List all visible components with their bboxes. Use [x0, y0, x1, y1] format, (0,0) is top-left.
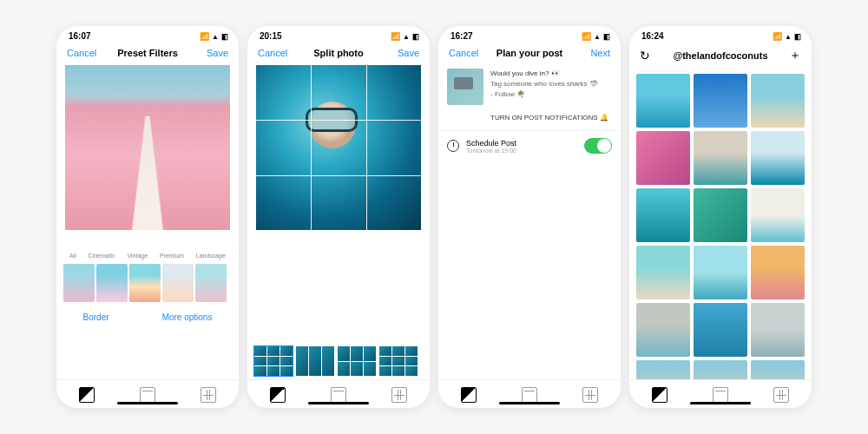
screen-split-photo: 20:15 Cancel Split photo Save: [247, 26, 430, 408]
home-indicator[interactable]: [690, 402, 751, 404]
feed-item[interactable]: [751, 303, 805, 357]
wifi-icon: [212, 31, 219, 41]
split-option-3x2[interactable]: [338, 346, 376, 376]
tab-grid-icon[interactable]: [201, 387, 216, 403]
tab-feed-icon[interactable]: [270, 387, 286, 403]
refresh-icon[interactable]: ↻: [640, 49, 673, 62]
signal-icon: [200, 31, 209, 41]
status-time: 16:07: [69, 31, 91, 41]
status-time: 20:15: [260, 31, 282, 41]
filter-tab[interactable]: Premium: [160, 253, 184, 259]
filter-thumb[interactable]: [96, 264, 128, 302]
feed-item[interactable]: [751, 74, 805, 128]
tab-grid-icon[interactable]: [391, 387, 407, 403]
cancel-button[interactable]: Cancel: [449, 48, 483, 58]
status-icons: [582, 31, 608, 41]
filter-thumb[interactable]: [162, 264, 194, 302]
filter-thumbnails: [56, 260, 239, 306]
nav-bar: Cancel Preset Filters Save: [56, 43, 239, 65]
tab-calendar-icon[interactable]: [522, 387, 537, 403]
schedule-toggle[interactable]: [584, 138, 612, 154]
schedule-subtext: Tomorrow at 19:00: [466, 148, 577, 154]
post-thumbnail[interactable]: [447, 69, 483, 105]
tab-calendar-icon[interactable]: [140, 387, 155, 403]
status-time: 16:24: [641, 31, 664, 41]
filter-tab[interactable]: Vintage: [127, 253, 148, 259]
feed-item[interactable]: [636, 360, 690, 379]
save-button[interactable]: Save: [385, 48, 419, 58]
feed-item[interactable]: [751, 246, 805, 299]
feed-item[interactable]: [751, 360, 805, 379]
home-indicator[interactable]: [308, 402, 369, 404]
home-indicator[interactable]: [117, 402, 178, 404]
filter-tab[interactable]: All: [69, 253, 76, 259]
more-options-button[interactable]: More options: [162, 312, 213, 322]
page-title: Preset Filters: [102, 48, 194, 58]
content: All Cinematic Vintage Premium Landscape …: [56, 65, 239, 379]
feed-item[interactable]: [636, 131, 690, 185]
content: Would you dive in? 👀 Tag someone who lov…: [438, 65, 621, 379]
cancel-button[interactable]: Cancel: [258, 48, 293, 58]
feed-item[interactable]: [751, 131, 805, 185]
schedule-label-group: Schedule Post Tomorrow at 19:00: [466, 139, 577, 154]
signal-icon: [391, 31, 400, 41]
home-indicator[interactable]: [499, 402, 560, 404]
split-option-3x1[interactable]: [296, 346, 334, 376]
cancel-button[interactable]: Cancel: [67, 48, 102, 58]
feed-item[interactable]: [636, 246, 690, 299]
preview-image[interactable]: [65, 65, 230, 230]
split-option-3x3-alt[interactable]: [379, 346, 418, 376]
tab-feed-icon[interactable]: [652, 387, 667, 403]
page-title: Plan your post: [483, 48, 575, 58]
status-time: 16:27: [450, 31, 473, 41]
nav-bar: Cancel Split photo Save: [247, 43, 430, 65]
tab-calendar-icon[interactable]: [713, 387, 728, 403]
status-bar: 16:24: [629, 26, 812, 43]
username-title[interactable]: @thelandofcoconuts: [673, 50, 767, 61]
feed-item[interactable]: [694, 246, 747, 299]
status-icons: [200, 31, 227, 41]
tab-grid-icon[interactable]: [582, 387, 598, 403]
wifi-icon: [403, 31, 410, 41]
caption-line: Would you dive in? 👀: [490, 69, 598, 79]
border-button[interactable]: Border: [83, 312, 109, 322]
add-post-icon[interactable]: ＋: [768, 48, 801, 63]
save-button[interactable]: Save: [194, 48, 228, 58]
filter-thumb[interactable]: [195, 264, 227, 302]
status-icons: [391, 31, 418, 41]
feed-item[interactable]: [694, 74, 747, 128]
wifi-icon: [785, 31, 792, 41]
feed-item[interactable]: [751, 188, 805, 242]
preview-image[interactable]: [256, 65, 421, 230]
feed-item[interactable]: [694, 303, 747, 357]
tab-feed-icon[interactable]: [79, 387, 95, 403]
feed-item[interactable]: [694, 360, 747, 379]
status-bar: 16:07: [56, 26, 239, 43]
filter-tab[interactable]: Landscape: [196, 253, 226, 259]
schedule-label: Schedule Post: [466, 139, 577, 148]
tab-grid-icon[interactable]: [773, 387, 789, 403]
feed-item[interactable]: [636, 303, 690, 357]
filter-thumb[interactable]: [129, 264, 161, 302]
feed-item[interactable]: [636, 74, 690, 128]
feed-item[interactable]: [694, 188, 747, 242]
tab-feed-icon[interactable]: [461, 387, 477, 403]
caption-line: Tag someone who loves sharks 🦈: [490, 79, 598, 89]
battery-icon: [794, 31, 799, 41]
split-option-3x3[interactable]: [254, 346, 293, 376]
caption-text[interactable]: Would you dive in? 👀 Tag someone who lov…: [490, 69, 598, 105]
wifi-icon: [594, 31, 601, 41]
nav-bar: ↻ @thelandofcoconuts ＋: [629, 43, 812, 70]
page-title: Split photo: [293, 48, 385, 58]
split-layout-options: [247, 343, 430, 379]
screen-preset-filters: 16:07 Cancel Preset Filters Save All Cin…: [56, 26, 239, 408]
next-button[interactable]: Next: [575, 48, 610, 58]
feed-item[interactable]: [694, 131, 747, 185]
filter-thumb[interactable]: [63, 264, 95, 302]
caption-row[interactable]: Would you dive in? 👀 Tag someone who lov…: [438, 65, 621, 108]
filter-tab[interactable]: Cinematic: [89, 253, 115, 259]
status-bar: 16:27: [438, 26, 621, 43]
tab-calendar-icon[interactable]: [331, 387, 346, 403]
feed-item[interactable]: [636, 188, 690, 242]
feed-grid[interactable]: [629, 70, 812, 379]
